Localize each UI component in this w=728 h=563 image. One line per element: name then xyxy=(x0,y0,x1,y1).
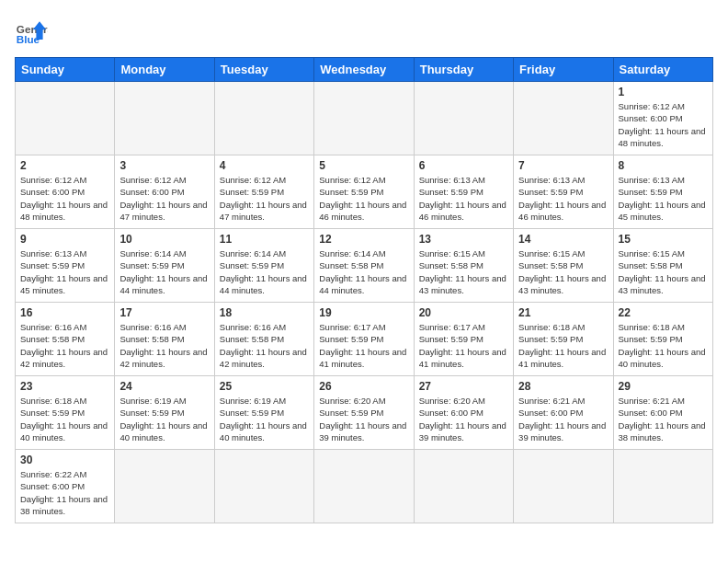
day-info: Sunrise: 6:12 AMSunset: 6:00 PMDaylight:… xyxy=(20,174,109,223)
calendar-cell xyxy=(314,82,414,155)
day-number: 12 xyxy=(319,233,408,246)
calendar-cell xyxy=(514,450,613,523)
calendar-header-sunday: Sunday xyxy=(16,58,115,82)
day-number: 25 xyxy=(220,380,309,393)
day-number: 13 xyxy=(419,233,508,246)
day-info: Sunrise: 6:15 AMSunset: 5:58 PMDaylight:… xyxy=(518,247,608,296)
day-number: 7 xyxy=(518,159,608,172)
day-number: 28 xyxy=(518,380,608,393)
day-info: Sunrise: 6:18 AMSunset: 5:59 PMDaylight:… xyxy=(518,321,608,370)
day-info: Sunrise: 6:14 AMSunset: 5:58 PMDaylight:… xyxy=(319,247,408,296)
calendar-week-2: 2Sunrise: 6:12 AMSunset: 6:00 PMDaylight… xyxy=(16,155,713,229)
day-number: 8 xyxy=(619,159,708,172)
day-number: 30 xyxy=(20,454,109,466)
logo-icon: General Blue xyxy=(15,15,48,48)
day-number: 29 xyxy=(619,380,708,393)
calendar-week-3: 9Sunrise: 6:13 AMSunset: 5:59 PMDaylight… xyxy=(16,229,713,303)
day-info: Sunrise: 6:22 AMSunset: 6:00 PMDaylight:… xyxy=(20,468,109,517)
calendar-cell xyxy=(115,82,214,155)
calendar-cell xyxy=(613,450,712,523)
day-number: 22 xyxy=(619,306,708,319)
day-info: Sunrise: 6:21 AMSunset: 6:00 PMDaylight:… xyxy=(619,395,708,443)
calendar-header-tuesday: Tuesday xyxy=(214,58,313,82)
calendar-week-4: 16Sunrise: 6:16 AMSunset: 5:58 PMDayligh… xyxy=(16,303,713,376)
calendar-cell: 17Sunrise: 6:16 AMSunset: 5:58 PMDayligh… xyxy=(115,303,214,376)
calendar-cell: 11Sunrise: 6:14 AMSunset: 5:59 PMDayligh… xyxy=(214,229,313,303)
calendar-cell: 21Sunrise: 6:18 AMSunset: 5:59 PMDayligh… xyxy=(514,303,613,376)
day-info: Sunrise: 6:18 AMSunset: 5:59 PMDaylight:… xyxy=(20,395,109,443)
calendar-header-thursday: Thursday xyxy=(414,58,513,82)
day-info: Sunrise: 6:17 AMSunset: 5:59 PMDaylight:… xyxy=(319,321,408,370)
day-info: Sunrise: 6:20 AMSunset: 5:59 PMDaylight:… xyxy=(319,395,408,443)
day-number: 5 xyxy=(319,159,408,172)
day-info: Sunrise: 6:13 AMSunset: 5:59 PMDaylight:… xyxy=(619,174,708,223)
calendar-cell: 15Sunrise: 6:15 AMSunset: 5:58 PMDayligh… xyxy=(613,229,712,303)
calendar-cell: 30Sunrise: 6:22 AMSunset: 6:00 PMDayligh… xyxy=(16,450,115,523)
day-info: Sunrise: 6:12 AMSunset: 5:59 PMDaylight:… xyxy=(319,174,408,223)
calendar-cell: 29Sunrise: 6:21 AMSunset: 6:00 PMDayligh… xyxy=(613,376,712,450)
calendar-cell: 10Sunrise: 6:14 AMSunset: 5:59 PMDayligh… xyxy=(115,229,214,303)
day-info: Sunrise: 6:13 AMSunset: 5:59 PMDaylight:… xyxy=(419,174,508,223)
calendar-cell: 22Sunrise: 6:18 AMSunset: 5:59 PMDayligh… xyxy=(613,303,712,376)
day-info: Sunrise: 6:17 AMSunset: 5:59 PMDaylight:… xyxy=(419,321,508,370)
calendar-cell: 25Sunrise: 6:19 AMSunset: 5:59 PMDayligh… xyxy=(214,376,313,450)
day-info: Sunrise: 6:18 AMSunset: 5:59 PMDaylight:… xyxy=(619,321,708,370)
calendar-week-5: 23Sunrise: 6:18 AMSunset: 5:59 PMDayligh… xyxy=(16,376,713,450)
day-info: Sunrise: 6:12 AMSunset: 6:00 PMDaylight:… xyxy=(619,100,708,149)
day-number: 20 xyxy=(419,306,508,319)
day-info: Sunrise: 6:19 AMSunset: 5:59 PMDaylight:… xyxy=(119,395,209,443)
day-info: Sunrise: 6:19 AMSunset: 5:59 PMDaylight:… xyxy=(220,395,309,443)
calendar-cell: 14Sunrise: 6:15 AMSunset: 5:58 PMDayligh… xyxy=(514,229,613,303)
calendar-cell xyxy=(514,82,613,155)
calendar-table: SundayMondayTuesdayWednesdayThursdayFrid… xyxy=(15,57,713,523)
calendar-cell: 1Sunrise: 6:12 AMSunset: 6:00 PMDaylight… xyxy=(613,82,712,155)
day-info: Sunrise: 6:13 AMSunset: 5:59 PMDaylight:… xyxy=(518,174,608,223)
calendar-header-row: SundayMondayTuesdayWednesdayThursdayFrid… xyxy=(16,58,713,82)
calendar-cell: 24Sunrise: 6:19 AMSunset: 5:59 PMDayligh… xyxy=(115,376,214,450)
calendar-header-monday: Monday xyxy=(115,58,214,82)
day-number: 17 xyxy=(119,306,209,319)
day-number: 3 xyxy=(119,159,209,172)
calendar-cell xyxy=(314,450,414,523)
day-number: 2 xyxy=(20,159,109,172)
day-number: 19 xyxy=(319,306,408,319)
day-info: Sunrise: 6:14 AMSunset: 5:59 PMDaylight:… xyxy=(220,247,309,296)
day-number: 16 xyxy=(20,306,109,319)
day-number: 11 xyxy=(220,233,309,246)
calendar-cell: 6Sunrise: 6:13 AMSunset: 5:59 PMDaylight… xyxy=(414,155,513,229)
calendar-cell: 18Sunrise: 6:16 AMSunset: 5:58 PMDayligh… xyxy=(214,303,313,376)
day-info: Sunrise: 6:14 AMSunset: 5:59 PMDaylight:… xyxy=(119,247,209,296)
calendar-header-wednesday: Wednesday xyxy=(314,58,414,82)
day-number: 27 xyxy=(419,380,508,393)
day-info: Sunrise: 6:15 AMSunset: 5:58 PMDaylight:… xyxy=(619,247,708,296)
calendar-cell: 7Sunrise: 6:13 AMSunset: 5:59 PMDaylight… xyxy=(514,155,613,229)
page-header: General Blue xyxy=(15,15,713,48)
day-number: 10 xyxy=(119,233,209,246)
calendar-cell: 9Sunrise: 6:13 AMSunset: 5:59 PMDaylight… xyxy=(16,229,115,303)
day-number: 21 xyxy=(518,306,608,319)
day-info: Sunrise: 6:16 AMSunset: 5:58 PMDaylight:… xyxy=(119,321,209,370)
calendar-header-saturday: Saturday xyxy=(613,58,712,82)
calendar-cell: 4Sunrise: 6:12 AMSunset: 5:59 PMDaylight… xyxy=(214,155,313,229)
day-info: Sunrise: 6:13 AMSunset: 5:59 PMDaylight:… xyxy=(20,247,109,296)
day-number: 6 xyxy=(419,159,508,172)
calendar-header-friday: Friday xyxy=(514,58,613,82)
calendar-cell: 27Sunrise: 6:20 AMSunset: 6:00 PMDayligh… xyxy=(414,376,513,450)
logo: General Blue xyxy=(15,15,48,48)
day-info: Sunrise: 6:12 AMSunset: 5:59 PMDaylight:… xyxy=(220,174,309,223)
calendar-cell: 16Sunrise: 6:16 AMSunset: 5:58 PMDayligh… xyxy=(16,303,115,376)
day-info: Sunrise: 6:20 AMSunset: 6:00 PMDaylight:… xyxy=(419,395,508,443)
calendar-body: 1Sunrise: 6:12 AMSunset: 6:00 PMDaylight… xyxy=(16,82,713,523)
calendar-week-1: 1Sunrise: 6:12 AMSunset: 6:00 PMDaylight… xyxy=(16,82,713,155)
day-number: 1 xyxy=(619,86,708,98)
calendar-cell: 23Sunrise: 6:18 AMSunset: 5:59 PMDayligh… xyxy=(16,376,115,450)
calendar-cell: 26Sunrise: 6:20 AMSunset: 5:59 PMDayligh… xyxy=(314,376,414,450)
day-number: 9 xyxy=(20,233,109,246)
calendar-cell: 12Sunrise: 6:14 AMSunset: 5:58 PMDayligh… xyxy=(314,229,414,303)
calendar-cell: 28Sunrise: 6:21 AMSunset: 6:00 PMDayligh… xyxy=(514,376,613,450)
day-number: 14 xyxy=(518,233,608,246)
day-number: 23 xyxy=(20,380,109,393)
day-info: Sunrise: 6:16 AMSunset: 5:58 PMDaylight:… xyxy=(220,321,309,370)
day-info: Sunrise: 6:12 AMSunset: 6:00 PMDaylight:… xyxy=(119,174,209,223)
calendar-cell xyxy=(414,450,513,523)
